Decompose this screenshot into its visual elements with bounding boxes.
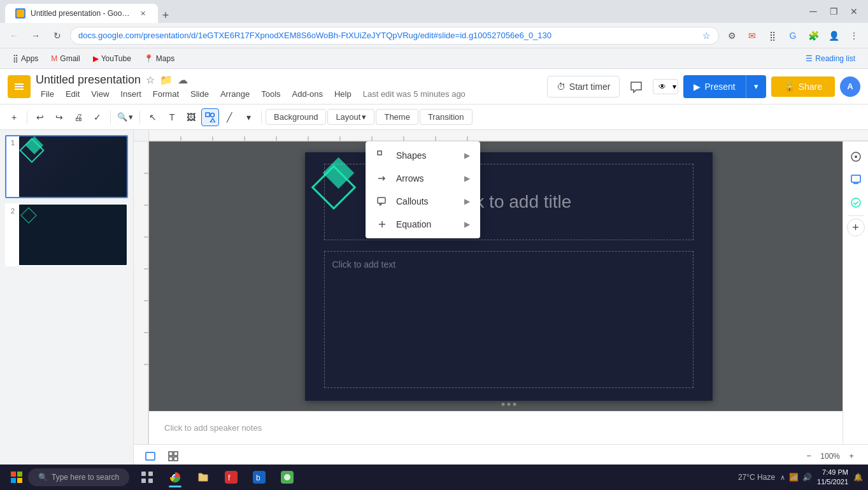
new-tab-button[interactable]: +	[158, 8, 173, 23]
select-tool-btn[interactable]: ↖	[144, 108, 162, 126]
reload-btn[interactable]: ↻	[48, 27, 66, 45]
background-btn[interactable]: Background	[266, 109, 326, 125]
separator-2	[110, 111, 111, 124]
task-view-btn[interactable]	[134, 466, 160, 489]
single-slide-view-btn[interactable]	[141, 447, 159, 465]
text-box-btn[interactable]: T	[163, 108, 181, 126]
view-selector[interactable]: 👁 ▾	[653, 79, 678, 94]
svg-rect-39	[169, 457, 173, 461]
speaker-notes[interactable]: Click to add speaker notes	[149, 411, 868, 444]
slide-body-placeholder[interactable]: Click to add text	[324, 251, 694, 388]
line-type-btn[interactable]: ▾	[239, 108, 257, 126]
files-taskbar-btn[interactable]	[190, 466, 216, 489]
dropdown-shapes[interactable]: Shapes ▶	[366, 144, 480, 167]
puzzle-icon[interactable]: 🧩	[804, 27, 822, 45]
comment-button[interactable]	[625, 75, 648, 98]
close-btn[interactable]: ✕	[845, 3, 863, 20]
slide-thumb-2[interactable]: 2	[5, 203, 128, 266]
zoom-out-btn[interactable]: −	[800, 447, 818, 465]
show-hidden-icons-btn[interactable]: ∧	[780, 473, 785, 482]
slides-icon[interactable]	[846, 169, 866, 190]
line-btn[interactable]: ╱	[220, 108, 238, 126]
maps-favicon: 📍	[144, 54, 153, 63]
menu-insert[interactable]: Insert	[115, 88, 146, 100]
forward-btn[interactable]: →	[27, 27, 45, 45]
notifications-btn[interactable]: 🔔	[853, 473, 863, 482]
svg-rect-36	[146, 452, 155, 460]
layout-btn[interactable]: Layout ▾	[327, 109, 374, 125]
explore-icon[interactable]	[846, 147, 866, 167]
tasks-icon[interactable]	[846, 192, 866, 213]
menu-format[interactable]: Format	[148, 88, 184, 100]
reading-list-btn[interactable]: ☰ Reading list	[800, 52, 860, 66]
redo-btn[interactable]: ↪	[50, 108, 68, 126]
bookmark-youtube[interactable]: ▶ YouTube	[88, 52, 136, 66]
spell-check-btn[interactable]: ✓	[89, 108, 106, 126]
menu-tools[interactable]: Tools	[256, 88, 285, 100]
network-icon[interactable]: 📶	[789, 473, 799, 482]
menu-help[interactable]: Help	[329, 88, 357, 100]
unknown-app-2[interactable]: b	[246, 466, 272, 489]
menu-arrange[interactable]: Arrange	[215, 88, 255, 100]
bookmark-star-icon[interactable]: ☆	[702, 31, 711, 41]
print-btn[interactable]: 🖨	[69, 108, 87, 126]
start-timer-button[interactable]: ⏱ Start timer	[547, 76, 620, 97]
google-apps-icon[interactable]: ⣿	[764, 27, 781, 45]
google-translate-icon[interactable]: G	[784, 27, 802, 45]
undo-btn[interactable]: ↩	[31, 108, 49, 126]
title-folder-icon[interactable]: 📁	[160, 74, 173, 86]
start-button[interactable]	[5, 466, 28, 489]
svg-rect-38	[174, 452, 178, 456]
share-button[interactable]: 🔒 Share	[771, 76, 835, 97]
volume-icon[interactable]: 🔊	[802, 473, 812, 482]
app-title[interactable]: Untitled presentation	[36, 73, 141, 87]
transition-btn[interactable]: Transition	[420, 109, 473, 125]
shapes-btn[interactable]	[201, 108, 219, 126]
add-slide-btn[interactable]: +	[5, 108, 23, 126]
unknown-app-1[interactable]: f	[218, 466, 244, 489]
taskbar-apps: f b	[134, 466, 300, 489]
unknown-app-3[interactable]	[274, 466, 300, 489]
taskbar-clock[interactable]: 7:49 PM 11/5/2021	[817, 468, 848, 487]
app-title-area: Untitled presentation ☆ 📁 ☁ File Edit Vi…	[36, 73, 542, 100]
present-dropdown-btn[interactable]: ▾	[746, 75, 766, 98]
image-btn[interactable]: 🖼	[182, 108, 200, 126]
ruler-h-marks	[149, 130, 868, 141]
browser-tab-active[interactable]: Untitled presentation - Google S ✕	[5, 4, 158, 23]
minimize-btn[interactable]: ─	[804, 3, 822, 20]
zoom-level: 100%	[820, 452, 840, 461]
menu-file[interactable]: File	[36, 88, 59, 100]
bookmark-apps[interactable]: ⣿ Apps	[8, 52, 43, 66]
gmail-icon[interactable]: ✉	[743, 27, 761, 45]
chrome-taskbar-btn[interactable]	[162, 466, 188, 489]
bookmark-gmail[interactable]: M Gmail	[46, 52, 85, 66]
slide-num-1: 1	[6, 136, 19, 197]
menu-edit[interactable]: Edit	[60, 88, 85, 100]
menu-addons[interactable]: Add-ons	[287, 88, 328, 100]
slide-thumb-1[interactable]: 1	[5, 135, 128, 198]
dropdown-equation[interactable]: Equation ▶	[366, 213, 480, 236]
title-star-icon[interactable]: ☆	[146, 74, 155, 86]
theme-btn[interactable]: Theme	[376, 109, 418, 125]
title-cloud-icon[interactable]: ☁	[178, 74, 188, 86]
menu-slide[interactable]: Slide	[185, 88, 214, 100]
grid-view-btn[interactable]	[164, 447, 182, 465]
zoom-select[interactable]: 🔍 ▾	[115, 108, 136, 126]
dropdown-arrows[interactable]: Arrows ▶	[366, 167, 480, 190]
tab-close-btn[interactable]: ✕	[138, 8, 148, 18]
bookmark-maps[interactable]: 📍 Maps	[139, 52, 180, 66]
sidebar-add-btn[interactable]: +	[847, 219, 865, 236]
zoom-in-btn[interactable]: +	[843, 447, 860, 465]
menu-icon[interactable]: ⋮	[845, 27, 863, 45]
taskbar-search[interactable]: 🔍 Type here to search	[28, 468, 129, 486]
extensions-icon[interactable]: ⚙	[723, 27, 741, 45]
menu-view[interactable]: View	[86, 88, 114, 100]
present-button[interactable]: ▶ Present	[683, 76, 745, 97]
back-btn[interactable]: ←	[5, 27, 23, 45]
user-avatar[interactable]: A	[840, 76, 860, 97]
user-profile-icon[interactable]: 👤	[825, 27, 843, 45]
address-bar[interactable]: docs.google.com/presentation/d/1eGTXE6R1…	[70, 27, 719, 45]
maximize-btn[interactable]: ❐	[825, 3, 843, 20]
canvas-wrapper[interactable]: Click to add title Click to add text	[149, 141, 868, 411]
dropdown-callouts[interactable]: Callouts ▶	[366, 190, 480, 213]
